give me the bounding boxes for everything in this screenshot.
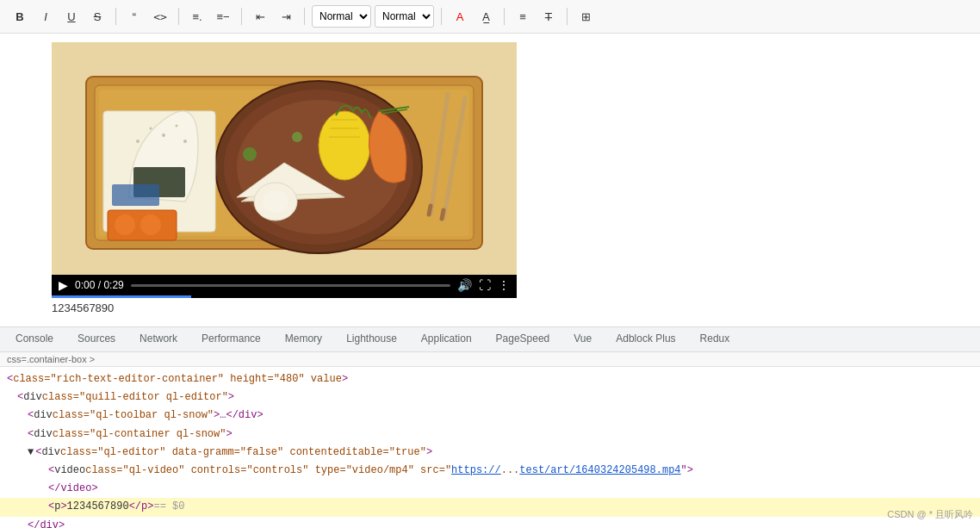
highlight-button[interactable]: A̲ [474, 5, 497, 28]
code-tag-close: "> [681, 463, 693, 479]
separator-6 [504, 8, 505, 25]
editor-toolbar: B I U S “ <> ≡. ≡− ⇤ ⇥ Normal Normal A A… [0, 0, 980, 34]
tab-lighthouse[interactable]: Lighthouse [334, 327, 409, 351]
tab-vue[interactable]: Vue [561, 327, 604, 351]
code-line-9: </div> [0, 517, 980, 529]
code-panel: <class="rich-text-editor-container" heig… [0, 367, 980, 528]
tab-network[interactable]: Network [127, 327, 189, 351]
video-container: ▶ 0:00 / 0:29 🔊 ⛶ ⋮ [52, 42, 517, 298]
tab-sources[interactable]: Sources [65, 327, 127, 351]
code-tag-close: >…</div> [214, 407, 264, 424]
expand-arrow[interactable]: ▼ [28, 444, 34, 461]
italic-button[interactable]: I [34, 5, 57, 28]
code-attr: class="rich-text-editor-container" heigh… [13, 371, 342, 388]
volume-button[interactable]: 🔊 [457, 278, 472, 292]
content-area: ▶ 0:00 / 0:29 🔊 ⛶ ⋮ 1234567890 Console S… [0, 34, 980, 528]
svg-point-21 [162, 134, 165, 137]
tab-memory[interactable]: Memory [273, 327, 334, 351]
play-button[interactable]: ▶ [59, 278, 68, 292]
code-tag: < [48, 499, 54, 515]
video-controls: ▶ 0:00 / 0:29 🔊 ⛶ ⋮ [52, 275, 517, 295]
code-tag-close: > [60, 499, 66, 515]
code-tag-name: div [41, 444, 60, 461]
code-tag: < [28, 407, 34, 424]
current-time: 0:00 [75, 279, 95, 291]
strikethrough-button[interactable]: S [86, 5, 109, 28]
separator-3 [241, 8, 242, 25]
code-attr: class="ql-video" controls="controls" typ… [85, 463, 451, 479]
separator-2 [178, 8, 179, 25]
svg-point-32 [243, 147, 257, 161]
code-tag-name: div [34, 407, 53, 424]
svg-rect-27 [112, 184, 159, 206]
code-button[interactable]: <> [149, 5, 171, 28]
code-attr: class="ql-editor" data-gramm="false" con… [60, 444, 426, 461]
code-tag: </video> [48, 481, 98, 497]
separator-5 [441, 8, 442, 25]
text-size-select[interactable]: Normal [312, 5, 371, 28]
devtools-tabs: Console Sources Network Performance Memo… [0, 326, 980, 352]
code-tag: </div> [28, 518, 65, 529]
bold-button[interactable]: B [9, 5, 31, 28]
font-size-select[interactable]: Normal [375, 5, 434, 28]
code-tag: < [7, 371, 13, 388]
svg-line-30 [429, 206, 431, 214]
svg-line-31 [442, 210, 443, 219]
code-attr: class="ql-container ql-snow" [53, 426, 226, 443]
dom-marker: == $0 [153, 499, 184, 515]
code-attr: class="quill-editor ql-editor" [42, 389, 228, 406]
tab-application[interactable]: Application [409, 327, 484, 351]
tab-pagespeed[interactable]: PageSpeed [484, 327, 562, 351]
svg-point-16 [263, 190, 288, 213]
watermark: CSDN @ * 且听风吟 [887, 508, 973, 521]
tab-performance[interactable]: Performance [189, 327, 273, 351]
tab-redux[interactable]: Redux [688, 327, 742, 351]
separator-7 [567, 8, 568, 25]
separator-4 [304, 8, 305, 25]
align-button[interactable]: ≡ [512, 5, 534, 28]
code-line-6: <video class="ql-video" controls="contro… [0, 462, 980, 480]
code-tag-name: p [54, 499, 60, 515]
video-thumbnail [52, 42, 517, 275]
clear-format-button[interactable]: T̶ [537, 5, 560, 28]
svg-point-7 [319, 111, 370, 180]
editor-area: ▶ 0:00 / 0:29 🔊 ⛶ ⋮ 1234567890 [0, 34, 980, 326]
code-attr-2: ... [501, 463, 520, 479]
total-time: 0:29 [103, 279, 123, 291]
code-tag-close: > [426, 444, 432, 461]
code-tag-close: > [228, 389, 234, 406]
text-color-button[interactable]: A [449, 5, 471, 28]
more-options-button[interactable]: ⋮ [498, 278, 510, 292]
list-bullet-button[interactable]: ≡− [212, 5, 234, 28]
video-src-link[interactable]: https:// [451, 463, 501, 479]
svg-point-25 [115, 214, 135, 235]
indent-right-button[interactable]: ⇥ [275, 5, 297, 28]
progress-bar[interactable] [131, 284, 450, 287]
code-line-3: <div class="ql-toolbar ql-snow">…</div> [0, 407, 980, 425]
code-attr: class="ql-toolbar ql-snow" [53, 407, 214, 424]
code-tag-close: > [226, 426, 232, 443]
code-tag: < [48, 463, 54, 479]
video-path-link[interactable]: test/art/1640324205498.mp4 [519, 463, 680, 479]
code-line-4: <div class="ql-container ql-snow"> [0, 426, 980, 444]
list-ordered-button[interactable]: ≡. [186, 5, 208, 28]
separator-1 [115, 8, 116, 25]
table-button[interactable]: ⊞ [574, 5, 597, 28]
code-line-5: ▼ <div class="ql-editor" data-gramm="fal… [0, 444, 980, 462]
code-tag-name: div [34, 426, 53, 443]
svg-point-20 [150, 127, 152, 130]
underline-button[interactable]: U [60, 5, 83, 28]
quote-button[interactable]: “ [123, 5, 146, 28]
code-tag: < [28, 426, 34, 443]
indent-left-button[interactable]: ⇤ [249, 5, 271, 28]
bottom-progress-bar [52, 295, 191, 298]
tab-adblock[interactable]: Adblock Plus [604, 327, 687, 351]
svg-point-22 [176, 125, 178, 127]
code-tag-end: </p> [129, 499, 154, 515]
code-tag: < [35, 444, 41, 461]
code-line-1: <class="rich-text-editor-container" heig… [0, 370, 980, 388]
breadcrumb: css=.container-box > [0, 352, 980, 367]
tab-console[interactable]: Console [3, 327, 65, 351]
fullscreen-button[interactable]: ⛶ [479, 278, 491, 292]
svg-point-26 [140, 214, 161, 235]
